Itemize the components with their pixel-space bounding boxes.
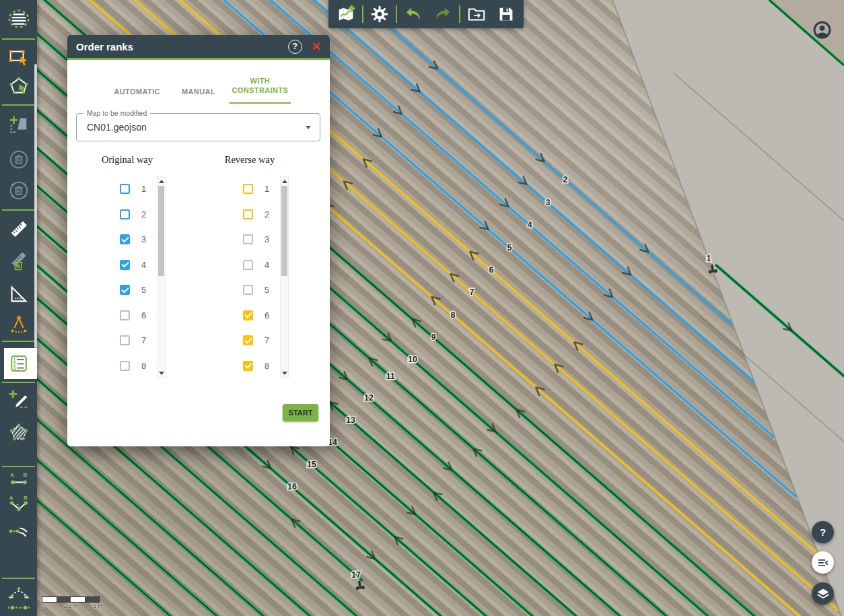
account-avatar[interactable] — [813, 21, 831, 42]
reverse-way-header: Reverse way — [216, 154, 283, 166]
sidebar-item-measure-tool[interactable] — [0, 217, 37, 241]
rank-checkbox-6[interactable] — [243, 310, 253, 320]
tab-manual[interactable]: MANUAL — [168, 83, 229, 103]
rank-checkbox-4[interactable] — [120, 260, 130, 270]
sidebar-item-dots-line-tool[interactable] — [0, 602, 37, 616]
person-icon — [813, 21, 831, 39]
row-label-7: 7 — [470, 287, 474, 297]
rank-checkbox-8[interactable] — [120, 361, 130, 371]
svg-text:A: A — [10, 472, 14, 478]
toolbar-separator — [362, 5, 363, 23]
reverse-way-scrollbar[interactable] — [280, 176, 289, 378]
sidebar-item-compass-tool[interactable] — [0, 313, 37, 337]
row-label-6: 6 — [489, 265, 494, 275]
row-label-8: 8 — [451, 310, 456, 320]
sidebar-separator — [2, 466, 35, 467]
row-label-10: 10 — [408, 355, 417, 364]
rank-number: 2 — [141, 209, 146, 219]
sidebar-item-delete-points-tool[interactable] — [0, 178, 37, 203]
rank-number: 5 — [141, 285, 146, 295]
sidebar-item-polygon-select-tool[interactable] — [0, 74, 37, 98]
tab-with-constraints[interactable]: WITH CONSTRAINTS — [230, 72, 291, 104]
tab-automatic[interactable]: AUTOMATIC — [106, 83, 168, 103]
rank-checkbox-1[interactable] — [243, 184, 253, 194]
compass-icon — [7, 314, 30, 337]
rank-checkbox-2[interactable] — [120, 209, 130, 219]
row-label-12: 12 — [364, 393, 374, 403]
rank-checkbox-5[interactable] — [120, 285, 130, 295]
rank-number: 4 — [265, 260, 269, 270]
rank-number: 7 — [141, 335, 146, 345]
rank-checkbox-4[interactable] — [243, 260, 253, 270]
sidebar-item-curve-tool[interactable] — [0, 520, 37, 544]
rank-checkbox-8[interactable] — [243, 361, 253, 371]
sidebar-item-order-ranks-tool[interactable]: 123 — [0, 351, 37, 376]
settings-button[interactable] — [365, 0, 394, 28]
layers-fab[interactable] — [812, 582, 834, 605]
redo-button[interactable] — [428, 0, 458, 28]
rank-checkbox-5[interactable] — [243, 285, 253, 295]
row-label-1: 1 — [707, 254, 711, 263]
map-select[interactable]: Map to be modified CN01.geojson — [76, 113, 320, 141]
add-shape-icon — [7, 113, 30, 136]
svg-text:B: B — [24, 495, 28, 501]
triangle-ruler-icon — [7, 283, 30, 306]
undo-button[interactable] — [398, 0, 428, 28]
collapse-panel-fab[interactable] — [812, 551, 834, 574]
vehicle-marker[interactable] — [355, 580, 365, 590]
rank-number: 7 — [265, 335, 269, 345]
sidebar-item-field-rows-tool[interactable] — [0, 7, 37, 31]
order-list-icon: 123 — [7, 352, 30, 375]
scale-bar-labels: 0 2.5 m 5 m — [42, 603, 100, 610]
folder-export-icon — [466, 4, 487, 24]
sidebar-separator — [2, 38, 35, 40]
rank-checkbox-7[interactable] — [120, 335, 130, 345]
new-map-button[interactable] — [331, 0, 361, 28]
sidebar-item-arc-tool[interactable] — [0, 580, 37, 604]
trash-circle-dots-icon — [7, 179, 30, 202]
rank-checkbox-3[interactable] — [120, 234, 130, 244]
sidebar-item-add-shape-tool[interactable] — [0, 112, 37, 137]
row-label-4: 4 — [528, 220, 532, 230]
gear-icon — [370, 4, 390, 24]
dots-line-icon — [7, 603, 30, 616]
hatch-pentagon-icon — [7, 421, 30, 444]
rank-checkbox-7[interactable] — [243, 335, 253, 345]
sidebar-separator — [2, 382, 35, 383]
open-project-button[interactable] — [462, 0, 491, 28]
sidebar-item-delete-measure-tool[interactable] — [0, 250, 37, 275]
rank-checkbox-6[interactable] — [120, 310, 130, 320]
ruler-trash-icon — [7, 251, 30, 274]
sidebar-item-rect-select-tool[interactable] — [0, 45, 37, 69]
scale-bar-segments — [42, 596, 100, 603]
dialog-header: Order ranks ? ✕ — [67, 35, 330, 60]
rank-number: 6 — [265, 310, 269, 320]
tool-sidebar: 123ABABC — [0, 0, 37, 616]
rank-checkbox-3[interactable] — [243, 234, 253, 244]
rank-number: 8 — [265, 361, 269, 371]
help-icon[interactable]: ? — [288, 40, 302, 54]
svg-text:B: B — [23, 472, 27, 478]
sidebar-item-acb-line-tool[interactable]: ABC — [0, 491, 37, 516]
sidebar-item-set-square-tool[interactable] — [0, 282, 37, 306]
sidebar-scrollbar[interactable] — [34, 64, 37, 348]
field-rows-icon — [7, 7, 30, 30]
close-icon[interactable]: ✕ — [312, 41, 321, 53]
sidebar-item-draw-tool[interactable] — [0, 386, 37, 411]
sidebar-item-hatch-area-tool[interactable] — [0, 420, 37, 444]
sidebar-item-delete-shape-tool[interactable] — [0, 147, 37, 172]
dialog-title: Order ranks — [76, 41, 288, 53]
map-select-value: CN01.geojson — [77, 114, 320, 141]
rank-number: 1 — [265, 184, 269, 194]
help-fab[interactable]: ? — [812, 521, 834, 543]
sidebar-item-ab-line-tool[interactable]: AB — [0, 468, 37, 492]
save-button[interactable] — [491, 0, 521, 28]
rank-checkbox-1[interactable] — [120, 184, 130, 194]
original-way-scrollbar[interactable] — [157, 176, 166, 378]
start-button[interactable]: START — [283, 404, 318, 421]
rank-checkbox-2[interactable] — [243, 209, 253, 219]
trash-circle-icon — [7, 148, 30, 171]
acb-line-icon: ABC — [7, 492, 30, 515]
toolbar-separator — [396, 5, 397, 23]
ruler-icon — [7, 217, 30, 240]
